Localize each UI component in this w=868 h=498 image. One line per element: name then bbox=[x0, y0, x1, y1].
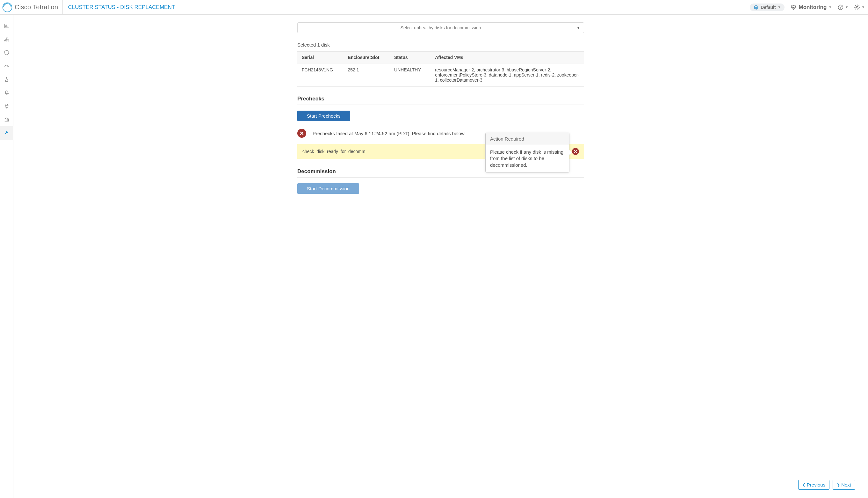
sidebar-shield-icon[interactable] bbox=[0, 46, 13, 59]
sidebar-wrench-icon[interactable] bbox=[0, 126, 13, 140]
svg-point-2 bbox=[840, 8, 841, 9]
previous-label: Previous bbox=[807, 482, 825, 487]
disk-select-placeholder: Select unhealthy disks for decommission bbox=[401, 25, 481, 30]
th-affected-vms: Affected VMs bbox=[431, 52, 584, 63]
sidebar-bank-icon[interactable] bbox=[0, 113, 13, 126]
svg-point-3 bbox=[856, 6, 858, 8]
sidebar-chart-icon[interactable] bbox=[0, 19, 13, 32]
error-icon bbox=[297, 129, 306, 138]
sidebar bbox=[0, 15, 13, 498]
chevron-down-icon: ▼ bbox=[845, 5, 848, 9]
th-status: Status bbox=[390, 52, 431, 63]
chevron-down-icon: ▼ bbox=[778, 5, 781, 9]
brand-logo[interactable]: Cisco Tetration bbox=[0, 0, 63, 14]
svg-point-6 bbox=[6, 40, 7, 41]
table-row: FCH2148V1NG 252:1 UNHEALTHY resourceMana… bbox=[297, 63, 584, 87]
page-title: CLUSTER STATUS - DISK REPLACEMENT bbox=[63, 4, 175, 11]
disk-table: Serial Enclosure:Slot Status Affected VM… bbox=[297, 51, 584, 87]
cell-affected: resourceManager-2, orchestrator-3, hbase… bbox=[431, 63, 584, 87]
scope-selector[interactable]: Default ▼ bbox=[750, 3, 785, 11]
next-button[interactable]: ❯ Next bbox=[832, 480, 855, 490]
sidebar-plug-icon[interactable] bbox=[0, 100, 13, 113]
sidebar-gauge-icon[interactable] bbox=[0, 59, 13, 73]
svg-point-0 bbox=[3, 2, 12, 12]
selected-count: Selected 1 disk bbox=[297, 42, 584, 48]
sidebar-flask-icon[interactable] bbox=[0, 73, 13, 86]
heartbeat-icon bbox=[790, 4, 797, 11]
prechecks-heading: Prechecks bbox=[297, 96, 584, 105]
monitoring-label: Monitoring bbox=[799, 4, 827, 11]
cube-icon bbox=[754, 5, 759, 10]
error-icon bbox=[572, 148, 579, 155]
next-label: Next bbox=[841, 482, 851, 487]
svg-point-4 bbox=[6, 37, 7, 38]
precheck-check-name: check_disk_ready_for_decomm bbox=[302, 149, 366, 154]
previous-button[interactable]: ❮ Previous bbox=[798, 480, 829, 490]
chevron-left-icon: ❮ bbox=[802, 483, 805, 487]
brand-name: Cisco Tetration bbox=[15, 3, 58, 11]
precheck-status-message: Prechecks failed at May 6 11:24:52 am (P… bbox=[313, 131, 465, 136]
help-icon bbox=[837, 4, 844, 11]
sidebar-bell-icon[interactable] bbox=[0, 86, 13, 100]
cell-serial: FCH2148V1NG bbox=[297, 63, 343, 87]
disk-select-dropdown[interactable]: Select unhealthy disks for decommission … bbox=[297, 22, 584, 33]
monitoring-menu[interactable]: Monitoring ▼ bbox=[790, 4, 832, 11]
gear-icon bbox=[854, 4, 860, 11]
settings-menu[interactable]: ▼ bbox=[854, 4, 865, 11]
chevron-down-icon: ▼ bbox=[577, 26, 580, 30]
sidebar-network-icon[interactable] bbox=[0, 32, 13, 46]
th-enclosure-slot: Enclosure:Slot bbox=[343, 52, 390, 63]
tetration-swirl-icon bbox=[2, 2, 13, 13]
help-menu[interactable]: ▼ bbox=[837, 4, 848, 11]
start-prechecks-button[interactable]: Start Prechecks bbox=[297, 110, 350, 121]
start-decommission-button[interactable]: Start Decommission bbox=[297, 183, 359, 194]
chevron-down-icon: ▼ bbox=[828, 5, 832, 9]
popover-body: Please check if any disk is missing from… bbox=[486, 145, 569, 172]
chevron-down-icon: ▼ bbox=[862, 5, 865, 9]
cell-slot: 252:1 bbox=[343, 63, 390, 87]
svg-point-5 bbox=[4, 40, 5, 41]
cell-status: UNHEALTHY bbox=[390, 63, 431, 87]
action-required-popover: Action Required Please check if any disk… bbox=[485, 133, 569, 172]
chevron-right-icon: ❯ bbox=[837, 483, 840, 487]
th-serial: Serial bbox=[297, 52, 343, 63]
svg-point-7 bbox=[8, 40, 9, 41]
scope-label: Default bbox=[761, 5, 776, 10]
popover-title: Action Required bbox=[486, 133, 569, 145]
